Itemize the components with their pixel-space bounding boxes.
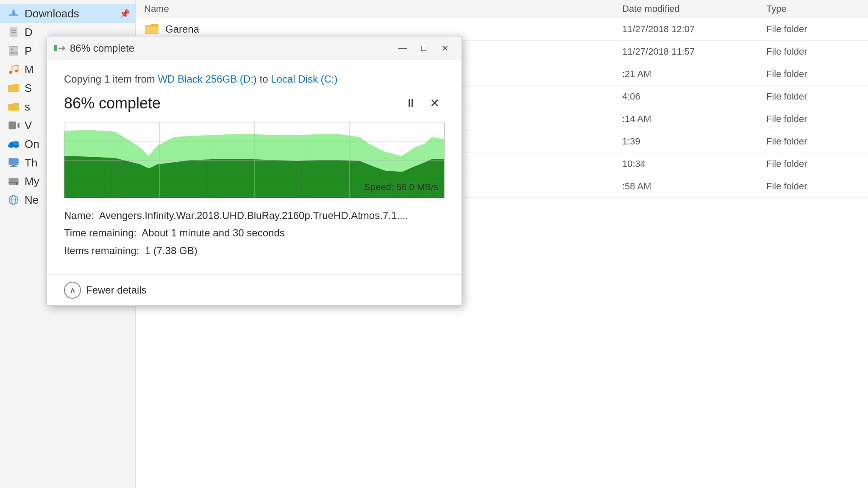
svg-rect-2 (13, 10, 15, 14)
copy-source: WD Black 256GB (D:) (158, 73, 256, 85)
file-type: File folder (766, 158, 860, 169)
file-name-value: Avengers.Infinity.War.2018.UHD.BluRay.21… (99, 210, 408, 221)
file-list-header: Name Date modified Type (136, 0, 868, 18)
file-date: :58 AM (622, 181, 766, 192)
fewer-details-button[interactable]: ∧ Fewer details (64, 282, 147, 299)
folder-icon (7, 100, 20, 114)
folder-icon (144, 22, 159, 37)
maximize-button[interactable]: □ (414, 41, 434, 56)
chevron-up-icon: ∧ (64, 282, 81, 299)
thispc-icon (7, 156, 20, 169)
svg-point-7 (11, 48, 13, 50)
svg-point-16 (13, 141, 19, 145)
col-header-date: Date modified (622, 3, 766, 14)
file-date: 11/27/2018 11:57 (622, 46, 766, 57)
copy-dialog: ➜ 86% complete — □ ✕ Copying 1 item from… (47, 36, 462, 306)
copy-progress-title: 86% complete (64, 94, 401, 112)
dialog-title-icon: ➜ (54, 44, 66, 53)
file-type: File folder (766, 136, 860, 147)
pic-icon (7, 44, 20, 58)
arrow-icon: ➜ (58, 43, 66, 54)
copy-description: Copying 1 item from WD Black 256GB (D:) … (64, 72, 445, 86)
file-type: File folder (766, 91, 860, 102)
pin-icon: 📌 (120, 8, 130, 19)
drive-icon (7, 175, 20, 188)
doc-icon (7, 25, 20, 39)
pause-button[interactable]: ⏸ (401, 93, 421, 114)
copy-title-row: 86% complete ⏸ ✕ (64, 93, 445, 114)
file-details: Name: Avengers.Infinity.War.2018.UHD.Blu… (64, 208, 445, 258)
file-type: File folder (766, 181, 860, 192)
svg-rect-11 (8, 122, 16, 130)
sidebar-item-label: On (25, 138, 39, 151)
window-controls: — □ ✕ (393, 41, 455, 56)
svg-point-22 (16, 183, 18, 185)
fewer-details-label: Fewer details (86, 284, 147, 296)
svg-point-9 (9, 71, 12, 74)
dialog-titlebar: ➜ 86% complete — □ ✕ (47, 36, 462, 60)
sidebar-item-label: P (25, 44, 32, 58)
file-name-row: Name: Avengers.Infinity.War.2018.UHD.Blu… (64, 208, 445, 223)
file-name: Garena (165, 23, 622, 35)
video-icon (7, 119, 20, 132)
dialog-footer: ∧ Fewer details (47, 274, 462, 305)
file-type: File folder (766, 69, 860, 80)
file-type: File folder (766, 24, 860, 35)
speed-label: Speed: 56.0 MB/s (364, 182, 438, 193)
items-remaining-label: Items remaining: (64, 245, 145, 256)
network-icon (7, 193, 20, 207)
sidebar-item-label: Th (25, 156, 37, 169)
svg-point-10 (15, 69, 18, 72)
time-remaining-row: Time remaining: About 1 minute and 30 se… (64, 226, 445, 240)
file-date: 11/27/2018 12:07 (622, 24, 766, 35)
svg-rect-17 (8, 158, 18, 165)
copy-controls: ⏸ ✕ (401, 93, 445, 114)
sidebar-item-label: S (25, 82, 32, 95)
file-date: 1:39 (622, 136, 766, 147)
time-remaining-label: Time remaining: (64, 227, 142, 238)
items-remaining-value: 1 (7.38 GB) (145, 245, 198, 256)
time-remaining-value: About 1 minute and 30 seconds (142, 227, 285, 238)
green-square-icon (54, 45, 57, 51)
sidebar-item-label: s (25, 100, 30, 114)
file-name-label: Name: (64, 210, 99, 221)
file-type: File folder (766, 114, 860, 125)
minimize-button[interactable]: — (393, 41, 412, 56)
music-icon (7, 63, 20, 76)
file-date: :14 AM (622, 114, 766, 125)
close-button[interactable]: ✕ (435, 41, 455, 56)
cancel-copy-button[interactable]: ✕ (424, 93, 445, 114)
sidebar-item-label: Downloads (25, 7, 79, 20)
progress-graph: Speed: 56.0 MB/s (64, 122, 445, 198)
sidebar-item-label: D (25, 26, 33, 39)
onedrive-icon (7, 137, 20, 151)
downloads-icon (7, 7, 20, 20)
svg-rect-6 (9, 47, 18, 55)
svg-marker-12 (17, 122, 19, 128)
file-date: 10:34 (622, 158, 766, 169)
sidebar-item-label: Ne (25, 194, 39, 207)
col-header-type: Type (766, 3, 860, 14)
copy-desc-prefix: Copying 1 item from (64, 73, 158, 85)
copy-dest: Local Disk (C:) (271, 73, 337, 85)
sidebar-item-label: M (25, 63, 34, 76)
dialog-body: Copying 1 item from WD Black 256GB (D:) … (47, 60, 462, 274)
col-header-name: Name (144, 3, 622, 14)
file-date: 4:06 (622, 91, 766, 102)
dialog-title: 86% complete (70, 42, 393, 54)
file-date: :21 AM (622, 69, 766, 80)
sidebar-item-label: V (25, 119, 32, 132)
copy-to-text: to (257, 73, 271, 85)
items-remaining-row: Items remaining: 1 (7.38 GB) (64, 244, 445, 258)
sidebar-item-label: My (25, 175, 39, 188)
folder-icon (7, 81, 20, 95)
sidebar-item-downloads[interactable]: Downloads 📌 (0, 4, 135, 23)
file-type: File folder (766, 46, 860, 57)
